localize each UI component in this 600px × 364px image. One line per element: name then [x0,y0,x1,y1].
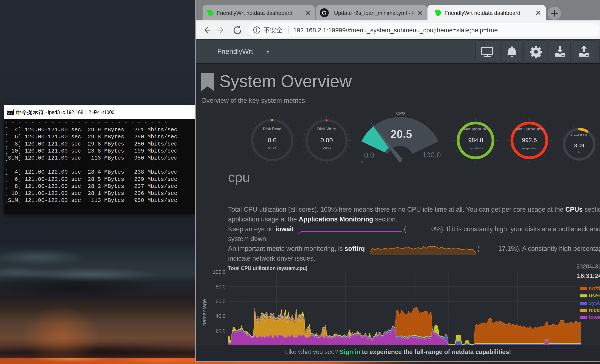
svg-text:C:\: C:\ [8,112,12,114]
